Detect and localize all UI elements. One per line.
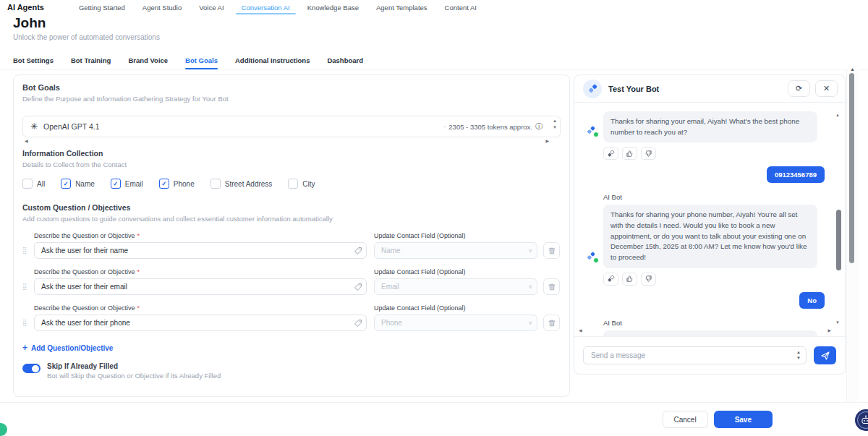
nav-item-knowledge-base[interactable]: Knowledge Base xyxy=(306,1,360,14)
chat-scroll-left-icon[interactable]: ◀ xyxy=(579,328,582,333)
magic-action-button[interactable] xyxy=(603,147,618,160)
page-scrollbar-thumb[interactable] xyxy=(849,73,854,263)
send-icon xyxy=(820,351,830,361)
refresh-chat-button[interactable]: ⟳ xyxy=(788,80,810,97)
tab-dashboard[interactable]: Dashboard xyxy=(327,56,363,69)
tag-icon xyxy=(354,319,362,328)
nav-item-agent-templates[interactable]: Agent Templates xyxy=(375,1,429,14)
footer-bar: Cancel Save xyxy=(0,402,868,436)
skip-filled-toggle[interactable] xyxy=(22,364,41,373)
skip-toggle-row: Skip If Already Filled Bot will Skip the… xyxy=(22,362,561,380)
checkbox-city[interactable]: City xyxy=(288,179,315,189)
thumbs-up-button[interactable] xyxy=(622,147,637,160)
personalize-tag-button[interactable] xyxy=(354,247,362,255)
send-message-button[interactable] xyxy=(814,346,836,364)
info-icon[interactable]: ⓘ xyxy=(535,121,542,132)
model-selector-wrap: ✳ OpenAI GPT 4.1 · 2305 - 3305 tokens ap… xyxy=(22,116,561,137)
spinner-down-icon[interactable]: ▼ xyxy=(796,356,801,360)
collect-options-row: All Name Email Phone Street Address xyxy=(22,179,561,189)
thumbs-down-button[interactable] xyxy=(641,147,656,160)
chat-title: Test Your Bot xyxy=(608,85,659,93)
chat-message-input[interactable] xyxy=(583,346,807,364)
token-count-text: 2305 - 3305 tokens approx. xyxy=(448,123,532,131)
personalize-tag-button[interactable] xyxy=(354,319,362,328)
cancel-button[interactable]: Cancel xyxy=(663,411,708,428)
nav-item-content-ai[interactable]: Content AI xyxy=(443,1,478,14)
question-label: Describe the Question or Objective* xyxy=(34,232,367,239)
nav-item-getting-started[interactable]: Getting Started xyxy=(77,1,127,14)
chat-scroll-up-icon[interactable]: ▲ xyxy=(835,113,840,117)
chat-scroll-down-icon[interactable]: ▼ xyxy=(835,320,840,325)
checkbox-phone[interactable]: Phone xyxy=(159,179,195,189)
bot-goals-panel: Bot Goals Define the Purpose and Informa… xyxy=(13,74,570,397)
contact-field-select[interactable] xyxy=(374,242,537,259)
checkbox-all[interactable]: All xyxy=(22,179,45,189)
tab-bot-goals[interactable]: Bot Goals xyxy=(185,56,218,69)
contact-field-select-wrap: ∨ xyxy=(374,242,537,259)
add-question-button[interactable]: + Add Question/Objective xyxy=(22,343,113,352)
bot-goals-subtitle: Define the Purpose and Information Gathe… xyxy=(22,95,561,103)
custom-questions-title: Custom Question / Objectives xyxy=(22,203,561,212)
chat-input-row: ▲ ▼ xyxy=(574,336,845,374)
question-input[interactable] xyxy=(34,315,367,331)
scroll-up-icon[interactable]: ▲ xyxy=(553,119,557,123)
sparkle-icon xyxy=(607,275,615,283)
drag-handle-icon[interactable]: ⣿ xyxy=(22,247,27,254)
personalize-tag-button[interactable] xyxy=(354,283,362,291)
checkbox-street-address[interactable]: Street Address xyxy=(210,179,273,189)
field-label: Update Contact Field (Optional) xyxy=(374,232,537,239)
delete-question-button[interactable] xyxy=(543,278,560,295)
tab-additional-instructions[interactable]: Additional Instructions xyxy=(235,56,310,69)
top-navigation: AI Agents Getting Started Agent Studio V… xyxy=(0,0,868,14)
field-label: Update Contact Field (Optional) xyxy=(374,268,537,275)
bot-message: AI Bot No problem, Aiyah. If you ever wa… xyxy=(583,316,825,336)
help-launcher-badge[interactable] xyxy=(854,409,868,432)
checkbox-icon xyxy=(159,179,169,189)
checkbox-label: All xyxy=(37,180,45,188)
checkbox-name[interactable]: Name xyxy=(61,179,95,189)
thumbs-down-button[interactable] xyxy=(641,273,656,286)
close-chat-button[interactable]: ✕ xyxy=(815,80,838,97)
tab-brand-voice[interactable]: Brand Voice xyxy=(128,56,168,69)
scroll-left-icon[interactable]: ◀ xyxy=(25,139,28,143)
close-icon: ✕ xyxy=(823,84,830,93)
chat-scrollbar-thumb[interactable] xyxy=(836,210,841,270)
chat-scroll-right-icon[interactable]: ▶ xyxy=(827,328,831,333)
drag-handle-icon[interactable]: ⣿ xyxy=(22,283,27,290)
thumbs-up-button[interactable] xyxy=(622,273,637,286)
model-selector[interactable]: ✳ OpenAI GPT 4.1 · 2305 - 3305 tokens ap… xyxy=(22,116,561,137)
nav-item-voice-ai[interactable]: Voice AI xyxy=(197,1,225,14)
scroll-down-icon[interactable]: ▼ xyxy=(553,125,557,129)
save-button[interactable]: Save xyxy=(714,411,773,428)
contact-field-select[interactable] xyxy=(374,278,537,295)
thumbs-up-icon xyxy=(626,275,634,283)
skip-toggle-label: Skip If Already Filled xyxy=(47,362,221,370)
scroll-right-icon[interactable]: ▶ xyxy=(545,139,549,143)
message-actions xyxy=(603,147,825,160)
refresh-icon: ⟳ xyxy=(796,84,802,93)
tag-icon xyxy=(354,247,362,255)
bot-avatar xyxy=(583,248,599,264)
spinner-up-icon[interactable]: ▲ xyxy=(796,350,801,354)
checkbox-label: City xyxy=(302,180,315,188)
tab-bot-settings[interactable]: Bot Settings xyxy=(13,56,54,69)
nav-item-agent-studio[interactable]: Agent Studio xyxy=(141,1,183,14)
question-row: Describe the Question or Objective* Upda… xyxy=(22,304,561,331)
question-input-wrap xyxy=(34,315,367,331)
page-scroll-up-icon[interactable]: ▲ xyxy=(850,67,855,72)
custom-questions-section: Custom Question / Objectives Add custom … xyxy=(22,203,561,380)
nav-item-conversation-ai[interactable]: Conversation AI xyxy=(240,1,292,14)
contact-field-select[interactable] xyxy=(374,315,537,331)
contact-field-select-wrap: ∨ xyxy=(374,315,537,331)
bot-sender-label: AI Bot xyxy=(603,193,825,201)
checkbox-email[interactable]: Email xyxy=(111,179,143,189)
magic-action-button[interactable] xyxy=(603,273,618,286)
delete-question-button[interactable] xyxy=(543,315,560,331)
bot-message-bubble: No problem, Aiyah. If you ever want to b… xyxy=(603,330,817,336)
tab-bot-training[interactable]: Bot Training xyxy=(71,56,111,69)
drag-handle-icon[interactable]: ⣿ xyxy=(22,320,27,326)
question-input[interactable] xyxy=(34,278,367,295)
delete-question-button[interactable] xyxy=(543,242,560,259)
question-input[interactable] xyxy=(34,242,367,259)
brand-logo[interactable]: AI Agents xyxy=(7,3,44,12)
